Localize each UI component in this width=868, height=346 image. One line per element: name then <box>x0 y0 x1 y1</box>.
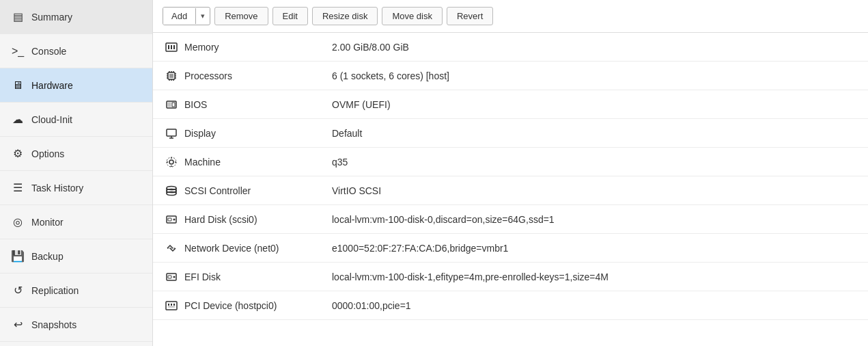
add-button[interactable]: Add <box>163 8 195 25</box>
hardware-row-4[interactable]: Machineq35 <box>153 148 868 176</box>
sidebar-item-label-snapshots: Snapshots <box>31 319 76 330</box>
display-icon <box>161 127 182 139</box>
hardware-row-name-6: Hard Disk (scsi0) <box>182 214 332 225</box>
hardware-row-value-2: OVMF (UEFI) <box>332 99 860 110</box>
hardware-row-value-8: local-lvm:vm-100-disk-1,efitype=4m,pre-e… <box>332 271 860 282</box>
options-icon: ⚙ <box>11 147 25 160</box>
hardware-row-8[interactable]: EFI Disklocal-lvm:vm-100-disk-1,efitype=… <box>153 263 868 291</box>
scsi-icon <box>161 185 182 197</box>
sidebar-item-label-backup: Backup <box>31 251 64 262</box>
sidebar-item-task-history[interactable]: ☰Task History <box>0 171 152 205</box>
hardware-row-value-3: Default <box>332 128 860 139</box>
remove-button[interactable]: Remove <box>214 7 268 25</box>
pci-icon <box>161 300 182 312</box>
hardware-row-name-9: PCI Device (hostpci0) <box>182 300 332 311</box>
hardware-row-value-5: VirtIO SCSI <box>332 185 860 196</box>
sidebar-item-cloud-init[interactable]: ☁Cloud-Init <box>0 103 152 137</box>
svg-rect-2 <box>171 45 172 49</box>
move-disk-button[interactable]: Move disk <box>382 7 443 25</box>
toolbar: Add ▾ Remove Edit Resize disk Move disk … <box>153 0 868 33</box>
add-dropdown-button[interactable]: ▾ <box>195 8 210 24</box>
hardware-table: Memory2.00 GiB/8.00 GiB Processors6 (1 s… <box>153 33 868 346</box>
svg-rect-41 <box>168 276 171 278</box>
hardware-row-name-3: Display <box>182 128 332 139</box>
sidebar: ▤Summary>_Console🖥Hardware☁Cloud-Init⚙Op… <box>0 0 153 346</box>
hardware-row-value-7: e1000=52:0F:27:FA:CA:D6,bridge=vmbr1 <box>332 243 860 254</box>
resize-disk-button[interactable]: Resize disk <box>312 7 378 25</box>
hardware-row-3[interactable]: DisplayDefault <box>153 119 868 148</box>
svg-rect-1 <box>168 45 169 49</box>
hardware-row-5[interactable]: SCSI ControllerVirtIO SCSI <box>153 176 868 205</box>
sidebar-item-monitor[interactable]: ◎Monitor <box>0 205 152 239</box>
backup-icon: 💾 <box>11 250 25 263</box>
hardware-row-2[interactable]: BIOSOVMF (UEFI) <box>153 90 868 119</box>
sidebar-item-summary[interactable]: ▤Summary <box>0 0 152 34</box>
svg-rect-19 <box>168 103 171 107</box>
svg-rect-45 <box>173 304 175 306</box>
sidebar-item-label-options: Options <box>31 148 64 159</box>
cpu-icon <box>161 70 182 82</box>
hardware-row-value-4: q35 <box>332 157 860 168</box>
svg-rect-20 <box>172 103 175 107</box>
sidebar-item-label-replication: Replication <box>31 285 79 296</box>
hardware-row-name-0: Memory <box>182 42 332 53</box>
replication-icon: ↺ <box>11 284 25 297</box>
svg-point-40 <box>173 276 176 278</box>
summary-icon: ▤ <box>11 10 25 23</box>
hardware-row-1[interactable]: Processors6 (1 sockets, 6 cores) [host] <box>153 62 868 90</box>
efi-icon <box>161 271 182 283</box>
sidebar-item-backup[interactable]: 💾Backup <box>0 239 152 274</box>
sidebar-item-label-summary: Summary <box>31 12 72 23</box>
edit-button[interactable]: Edit <box>272 7 308 25</box>
bios-icon <box>161 98 182 111</box>
hardware-icon: 🖥 <box>11 79 25 92</box>
svg-point-32 <box>167 191 176 195</box>
snapshots-icon: ↩ <box>11 318 25 331</box>
hardware-row-name-5: SCSI Controller <box>182 185 332 196</box>
hardware-row-name-8: EFI Disk <box>182 271 332 282</box>
svg-point-36 <box>173 218 176 220</box>
svg-rect-43 <box>168 304 169 306</box>
sidebar-item-label-console: Console <box>31 46 66 57</box>
hardware-row-name-7: Network Device (net0) <box>182 243 332 254</box>
hardware-row-value-1: 6 (1 sockets, 6 cores) [host] <box>332 70 860 81</box>
svg-rect-3 <box>173 45 175 49</box>
network-icon <box>161 242 182 254</box>
svg-rect-37 <box>168 218 171 221</box>
svg-rect-21 <box>167 129 176 136</box>
memory-icon <box>161 41 182 53</box>
hardware-row-7[interactable]: Network Device (net0)e1000=52:0F:27:FA:C… <box>153 234 868 263</box>
machine-icon <box>161 156 182 168</box>
svg-point-24 <box>169 160 173 164</box>
hardware-row-6[interactable]: Hard Disk (scsi0)local-lvm:vm-100-disk-0… <box>153 205 868 234</box>
sidebar-item-label-monitor: Monitor <box>31 217 64 228</box>
svg-rect-44 <box>171 304 172 306</box>
hardware-row-name-2: BIOS <box>182 99 332 110</box>
monitor-icon: ◎ <box>11 215 25 228</box>
sidebar-item-replication[interactable]: ↺Replication <box>0 274 152 308</box>
task-history-icon: ☰ <box>11 181 25 194</box>
sidebar-item-snapshots[interactable]: ↩Snapshots <box>0 308 152 342</box>
cloud-init-icon: ☁ <box>11 113 25 126</box>
hardware-row-value-6: local-lvm:vm-100-disk-0,discard=on,size=… <box>332 214 860 225</box>
hardware-row-value-0: 2.00 GiB/8.00 GiB <box>332 42 860 53</box>
sidebar-item-options[interactable]: ⚙Options <box>0 137 152 171</box>
hardware-row-value-9: 0000:01:00,pcie=1 <box>332 300 860 311</box>
sidebar-item-label-task-history: Task History <box>31 183 83 194</box>
sidebar-item-hardware[interactable]: 🖥Hardware <box>0 68 152 103</box>
disk-icon <box>161 213 182 226</box>
hardware-row-0[interactable]: Memory2.00 GiB/8.00 GiB <box>153 33 868 62</box>
sidebar-item-label-cloud-init: Cloud-Init <box>31 114 72 125</box>
hardware-row-name-4: Machine <box>182 157 332 168</box>
svg-rect-46 <box>168 306 175 308</box>
main-content: Add ▾ Remove Edit Resize disk Move disk … <box>153 0 868 346</box>
sidebar-item-label-hardware: Hardware <box>31 80 73 91</box>
svg-point-25 <box>167 157 176 167</box>
console-icon: >_ <box>11 45 25 57</box>
add-button-group[interactable]: Add ▾ <box>163 7 210 25</box>
revert-button[interactable]: Revert <box>447 7 493 25</box>
svg-rect-5 <box>169 74 173 78</box>
sidebar-item-console[interactable]: >_Console <box>0 34 152 68</box>
hardware-row-9[interactable]: PCI Device (hostpci0)0000:01:00,pcie=1 <box>153 291 868 320</box>
hardware-row-name-1: Processors <box>182 70 332 81</box>
